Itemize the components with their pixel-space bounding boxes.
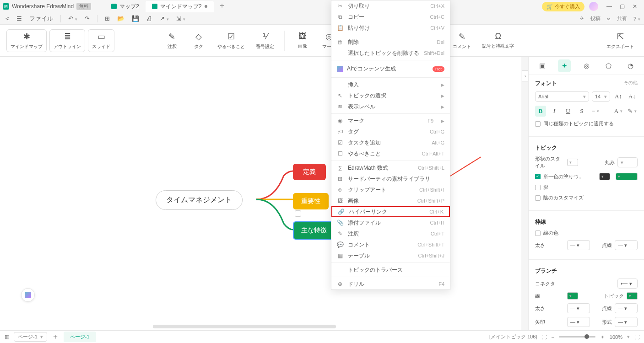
ctx-todo[interactable]: ☐やるべきことCtrl+Alt+T (331, 148, 450, 159)
open-button[interactable]: 📂 (115, 14, 126, 23)
ctx-tag[interactable]: 🏷タグCtrl+G (331, 126, 450, 137)
buy-now-button[interactable]: 🛒今すぐ購入 (542, 2, 584, 11)
page-selector[interactable]: ページ-1▾ (14, 332, 47, 342)
ctx-math[interactable]: ∑EdrawMath 数式Ctrl+Shift+L (331, 162, 450, 173)
subtopic-1[interactable]: 定義 (293, 164, 326, 180)
ctx-clipart[interactable]: ☺クリップアートCtrl+Shift+I (331, 184, 450, 195)
subtopic-2[interactable]: 重要性 (293, 193, 329, 209)
panel-tab-history[interactable]: ◔ (624, 59, 637, 72)
panel-tab-icon[interactable]: ⬠ (602, 59, 615, 72)
branch-topic-color[interactable] (627, 292, 638, 300)
ctx-insert[interactable]: 挿入▶ (331, 79, 450, 90)
fill-color-2[interactable] (616, 173, 638, 180)
strike-button[interactable]: S (576, 106, 587, 117)
expand-handle[interactable] (295, 210, 301, 217)
panel-tab-mark[interactable]: ◎ (580, 59, 593, 72)
share-label[interactable]: 共有 (617, 15, 627, 22)
shadow-checkbox[interactable] (535, 185, 541, 190)
todo-button[interactable]: ☑やるべきこと (214, 30, 249, 52)
undo-button[interactable]: ↶ (66, 14, 79, 23)
save-button[interactable]: 💾 (130, 14, 141, 23)
arrow-select[interactable]: — ▾ (567, 317, 590, 327)
post-button[interactable]: 投稿 (590, 15, 601, 22)
subtopic-3-selected[interactable]: 主な特徴 (293, 221, 335, 240)
ctx-add-task[interactable]: ☑タスクを追加Alt+G (331, 137, 450, 148)
send-icon[interactable]: ✈ (580, 16, 584, 21)
panel-collapse-button[interactable]: › (522, 70, 528, 81)
note-button[interactable]: ✎注釈 (161, 30, 184, 52)
print-button[interactable]: 🖨 (145, 14, 154, 23)
ctx-image[interactable]: 🖼画像Ctrl+Shift+P (331, 195, 450, 206)
tag-button[interactable]: ◇タグ (187, 30, 210, 52)
font-family-select[interactable]: Arial▾ (535, 91, 589, 102)
ctx-ai-generate[interactable]: AIでコンテンツ生成Hot (331, 62, 450, 76)
ctx-delete[interactable]: 🗑削除Del (331, 37, 450, 48)
panel-tab-style[interactable]: ✦ (558, 59, 571, 72)
view-outline-button[interactable]: ≣アウトライン (49, 29, 85, 52)
connector-select[interactable]: ⟵ ▾ (617, 279, 638, 289)
hamburger-icon[interactable]: ☰ (15, 14, 24, 23)
central-topic[interactable]: タイムマネジメント (156, 190, 243, 210)
fit-icon[interactable]: ⛶ (541, 334, 547, 340)
zoom-out-button[interactable]: − (551, 334, 554, 340)
horizontal-scrollbar[interactable] (153, 325, 336, 328)
underline-button[interactable]: U (563, 106, 574, 117)
help-button[interactable]: ? (633, 16, 640, 21)
border-dash-select[interactable]: — ▾ (615, 240, 638, 250)
italic-button[interactable]: I (549, 106, 560, 117)
ctx-display-level[interactable]: ≋表示レベル▶ (331, 101, 450, 112)
font-other[interactable]: その他 (624, 80, 638, 87)
zoom-slider[interactable] (559, 336, 595, 338)
align-button[interactable]: ≡ (590, 106, 601, 117)
image-button[interactable]: 🖼画像 (291, 30, 314, 51)
font-color-button[interactable]: A (613, 106, 624, 117)
ctx-drill[interactable]: ⊕ドリルF4 (331, 279, 450, 289)
ctx-cut[interactable]: ✂切り取りCtrl+X (331, 0, 450, 11)
bold-button[interactable]: B (535, 106, 546, 117)
share-icon[interactable]: ∞ (607, 16, 611, 21)
round-select[interactable]: ▾ (617, 157, 638, 167)
format-select[interactable]: — ▾ (615, 317, 638, 327)
ctx-hyperlink[interactable]: 🔗ハイパーリンクCtrl+K (331, 206, 450, 217)
share-button[interactable]: ↗ (158, 14, 171, 23)
fill-color-1[interactable] (599, 173, 610, 180)
highlight-color-button[interactable]: ✎ (627, 106, 638, 117)
page-tab-1[interactable]: ページ-1 (64, 332, 96, 342)
doc-tab-2[interactable]: マインドマップ2 (146, 1, 214, 12)
add-page-button[interactable]: ＋ (52, 332, 59, 342)
minimize-button[interactable]: — (603, 3, 616, 10)
ctx-table[interactable]: ▦テーブルCtrl+Shift+J (331, 250, 450, 261)
ctx-paste[interactable]: 📋貼り付けCtrl+V (331, 22, 450, 33)
new-tab-button[interactable]: ＋ (218, 1, 226, 12)
branch-thick-select[interactable]: — ▾ (567, 303, 590, 313)
fullscreen-icon[interactable]: ⛶ (634, 334, 639, 340)
shadow-custom-checkbox[interactable] (535, 195, 541, 201)
redo-button[interactable]: ↷ (83, 14, 92, 23)
user-avatar[interactable] (589, 2, 598, 11)
zoom-in-button[interactable]: ＋ (600, 333, 605, 340)
back-button[interactable]: < (4, 14, 11, 23)
export-button[interactable]: ⇲ (174, 14, 187, 23)
ctx-attachment[interactable]: 📎添付ファイルCtrl+H (331, 217, 450, 228)
new-button[interactable]: ⊞ (103, 14, 112, 23)
line-color-checkbox[interactable] (535, 230, 541, 236)
panel-tab-layout[interactable]: ▣ (536, 59, 549, 72)
branch-dash-select[interactable]: — ▾ (615, 303, 638, 313)
shape-style-select[interactable] (567, 159, 578, 166)
doc-tab-1[interactable]: マップ2 (105, 1, 146, 12)
view-slide-button[interactable]: ▭スライド (88, 29, 114, 52)
branch-line-color[interactable] (567, 292, 578, 300)
font-size-select[interactable]: 14▾ (592, 91, 610, 102)
close-button[interactable]: ✕ (628, 3, 641, 10)
ctx-traverse[interactable]: トピックのトラバース (331, 264, 450, 275)
font-increase-button[interactable]: A↑ (613, 91, 624, 102)
border-thick-select[interactable]: — ▾ (567, 240, 590, 250)
ctx-note[interactable]: ✎注釈Ctrl+T (331, 228, 450, 239)
numbering-button[interactable]: ⅟番号設定 (252, 30, 278, 52)
ctx-copy[interactable]: ⧉コピーCtrl+C (331, 11, 450, 22)
ctx-topic-select[interactable]: ↖トピックの選択▶ (331, 90, 450, 101)
solid-fill-checkbox[interactable] (535, 174, 541, 179)
apply-same-checkbox[interactable] (535, 121, 541, 127)
layout-toggle-icon[interactable]: ▥ (5, 334, 9, 340)
symbol-button[interactable]: Ω記号と特殊文字 (478, 30, 518, 51)
